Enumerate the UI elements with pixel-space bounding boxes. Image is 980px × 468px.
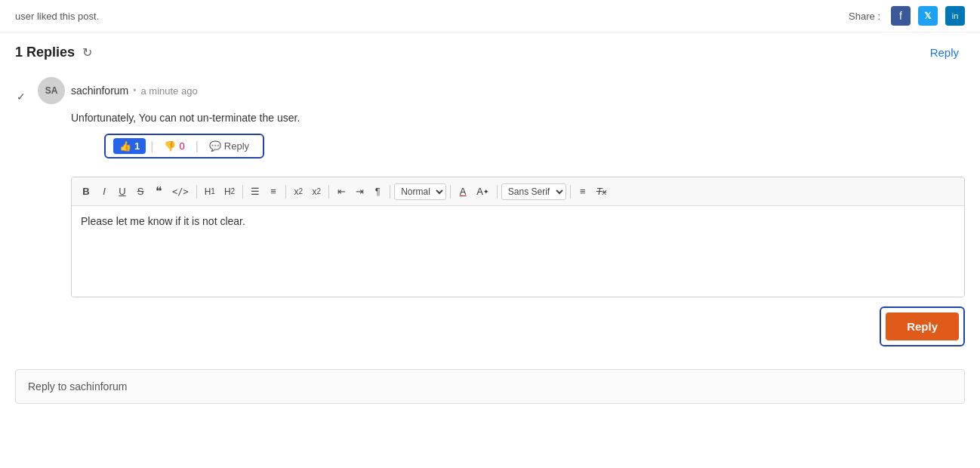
linkedin-share-icon[interactable]: in xyxy=(945,6,965,26)
toolbar-sep-1 xyxy=(196,185,197,199)
like-button[interactable]: 👍 1 xyxy=(113,138,146,154)
ordered-list-button[interactable]: ☰ xyxy=(247,183,263,199)
comment-header: SA sachinforum • a minute ago xyxy=(38,77,965,104)
replies-count-title: 1 Replies xyxy=(15,45,75,60)
comment-reply-button[interactable]: 💬 Reply xyxy=(203,138,255,154)
reaction-separator-1: | xyxy=(150,140,153,153)
toolbar-sep-4 xyxy=(328,185,329,199)
indent-right-button[interactable]: ⇥ xyxy=(351,183,368,199)
toolbar-sep-5 xyxy=(390,185,390,199)
toolbar-sep-2 xyxy=(242,185,243,199)
heading-select[interactable]: Normal xyxy=(394,183,446,200)
comment-section: ✓ SA sachinforum • a minute ago Unfortun… xyxy=(0,69,980,369)
font-color-button[interactable]: A xyxy=(455,183,471,199)
italic-button[interactable]: I xyxy=(96,183,112,199)
reply-to-section: Reply to sachinforum xyxy=(15,369,965,404)
h2-button[interactable]: H2 xyxy=(220,184,239,199)
comment-timestamp: a minute ago xyxy=(140,85,197,97)
toolbar-sep-8 xyxy=(570,185,571,199)
h1-button[interactable]: H1 xyxy=(201,184,219,199)
refresh-icon[interactable]: ↻ xyxy=(82,45,92,60)
editor-content[interactable]: Please let me know if it is not clear. xyxy=(72,206,964,297)
reply-submit-button[interactable]: Reply xyxy=(886,313,959,340)
toolbar-sep-7 xyxy=(497,185,498,199)
thumbs-down-icon: 👎 xyxy=(164,140,176,152)
share-label: Share : xyxy=(849,11,880,22)
dot-separator: • xyxy=(133,85,136,96)
align-button[interactable]: ≡ xyxy=(575,183,591,199)
reply-top-button[interactable]: Reply xyxy=(924,43,965,62)
avatar: SA xyxy=(38,77,65,104)
editor-wrapper: B I U S ❝ </> H1 H2 ☰ ≡ x2 x2 ⇤ ⇥ ¶ Norm… xyxy=(71,177,965,297)
comment-username[interactable]: sachinforum xyxy=(71,85,128,97)
toolbar-sep-3 xyxy=(285,185,286,199)
bold-button[interactable]: B xyxy=(78,183,94,199)
facebook-share-icon[interactable]: f xyxy=(891,6,911,26)
superscript-button[interactable]: x2 xyxy=(308,184,325,199)
text-direction-button[interactable]: ¶ xyxy=(369,183,386,199)
blockquote-button[interactable]: ❝ xyxy=(150,182,167,201)
user-liked-text: user liked this post. xyxy=(15,11,99,22)
dislike-count: 0 xyxy=(179,140,184,152)
reaction-bar: 👍 1 | 👎 0 | 💬 Reply xyxy=(104,134,264,159)
like-count: 1 xyxy=(134,140,140,152)
checkmark-icon: ✓ xyxy=(17,91,26,103)
reply-bottom-area: Reply xyxy=(71,306,965,346)
comment-bubble-icon: 💬 xyxy=(209,140,221,152)
code-button[interactable]: </> xyxy=(168,184,193,199)
top-bar: user liked this post. Share : f 𝕏 in xyxy=(0,0,980,32)
strikethrough-button[interactable]: S xyxy=(132,183,149,199)
dislike-button[interactable]: 👎 0 xyxy=(158,138,190,154)
clear-format-button[interactable]: Tx xyxy=(593,183,610,199)
indent-left-button[interactable]: ⇤ xyxy=(333,183,350,199)
replies-header: 1 Replies ↻ Reply xyxy=(0,32,980,69)
top-bar-right: Share : f 𝕏 in xyxy=(849,6,965,26)
reply-small-label: Reply xyxy=(224,140,249,152)
x-share-icon[interactable]: 𝕏 xyxy=(918,6,938,26)
editor-toolbar: B I U S ❝ </> H1 H2 ☰ ≡ x2 x2 ⇤ ⇥ ¶ Norm… xyxy=(72,177,964,206)
thumbs-up-icon: 👍 xyxy=(119,140,131,152)
reaction-bar-wrapper: 👍 1 | 👎 0 | 💬 Reply xyxy=(71,134,965,168)
font-family-select[interactable]: Sans Serif xyxy=(501,183,566,200)
replies-title-group: 1 Replies ↻ xyxy=(15,45,92,60)
top-bar-left: user liked this post. xyxy=(15,11,99,22)
reply-to-label: Reply to sachinforum xyxy=(28,380,128,393)
comment-meta: sachinforum • a minute ago xyxy=(71,85,198,97)
subscript-button[interactable]: x2 xyxy=(290,184,307,199)
toolbar-sep-6 xyxy=(450,185,451,199)
unordered-list-button[interactable]: ≡ xyxy=(265,183,282,199)
reply-submit-wrapper: Reply xyxy=(880,306,965,346)
comment-text: Unfortunately, You can not un-terminate … xyxy=(71,110,965,126)
underline-button[interactable]: U xyxy=(114,183,131,199)
reaction-separator-2: | xyxy=(196,140,199,153)
highlight-button[interactable]: A✦ xyxy=(473,183,493,199)
